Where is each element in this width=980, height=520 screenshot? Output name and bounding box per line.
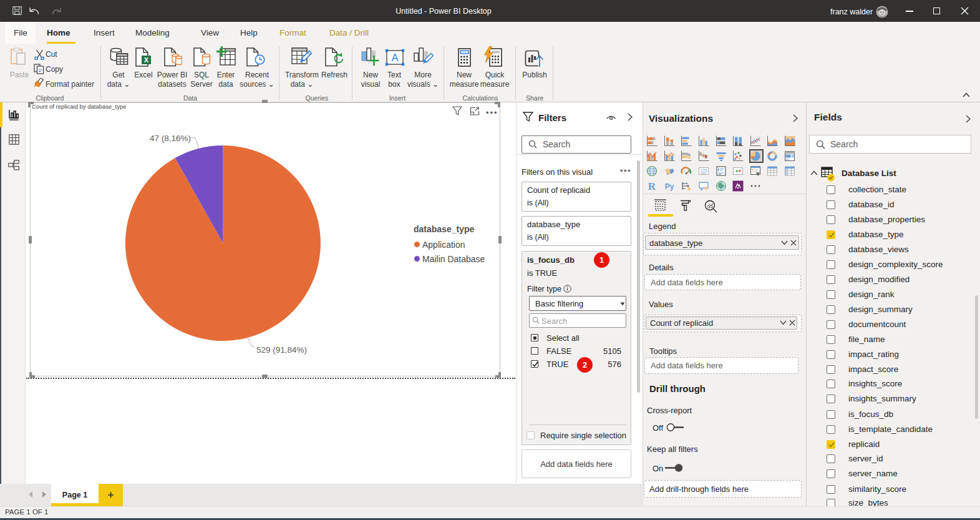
svg-text:R: R (648, 180, 656, 192)
svg-text:123: 123 (701, 169, 707, 173)
svg-text:A: A (392, 52, 399, 63)
svg-text:X: X (144, 56, 149, 64)
svg-text:Py: Py (665, 182, 674, 191)
